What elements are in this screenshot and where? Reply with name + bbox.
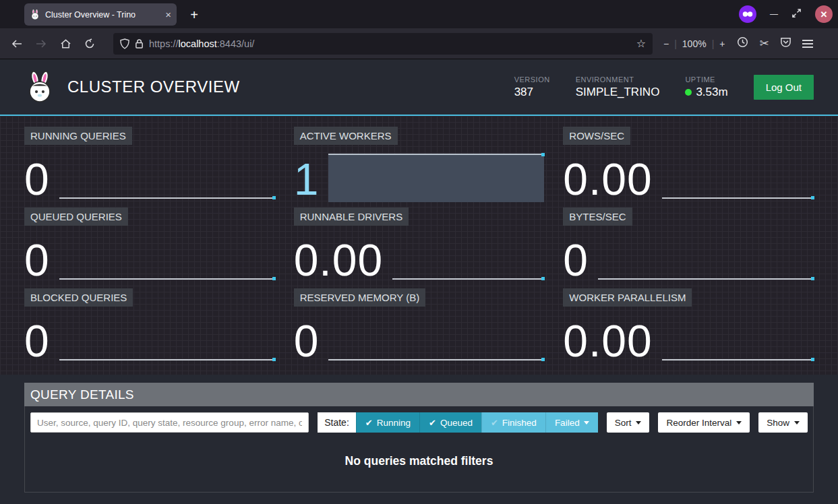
stat-value: 0 — [294, 321, 320, 362]
check-icon: ✔ — [429, 418, 436, 428]
state-button-running[interactable]: ✔ Running — [356, 412, 419, 433]
sparkline-chart — [662, 309, 814, 362]
environment-label: ENVIRONMENT — [576, 75, 660, 84]
sparkline-dot — [272, 277, 276, 280]
sparkline-dot — [541, 153, 545, 156]
stat-label: BLOCKED QUERIES — [24, 288, 133, 307]
stat-tile-blocked-queries: BLOCKED QUERIES 0 — [24, 288, 275, 363]
stat-label: RESERVED MEMORY (B) — [294, 288, 426, 307]
check-icon: ✔ — [491, 418, 498, 428]
menu-hamburger-icon[interactable] — [802, 40, 813, 48]
trino-cluster-overview-page: CLUSTER OVERVIEW VERSION 387 ENVIRONMENT… — [0, 59, 838, 504]
sparkline-chart — [59, 228, 275, 281]
forward-button[interactable] — [31, 34, 51, 54]
sparkline-chart — [59, 148, 275, 200]
uptime-value: 3.53m — [696, 86, 727, 99]
sparkline-dot — [541, 277, 545, 280]
sparkline-area-chart — [328, 148, 544, 200]
bookmark-star-icon[interactable]: ☆ — [636, 37, 646, 50]
window-minimize-button[interactable]: — — [770, 9, 778, 19]
sparkline-chart — [662, 148, 814, 200]
stat-tile-bytes-per-sec: BYTES/SEC 0 — [563, 208, 814, 282]
stat-value: 0.00 — [294, 240, 383, 281]
uptime-status-dot — [685, 89, 692, 96]
sparkline-dot — [272, 196, 276, 199]
screenshot-scissors-icon[interactable]: ✂ — [759, 36, 769, 51]
sparkline-chart — [328, 309, 544, 362]
environment-value: SIMPLE_TRINO — [576, 86, 660, 99]
check-icon: ✔ — [365, 418, 373, 428]
separator: | — [712, 38, 715, 49]
sparkline-chart — [59, 309, 275, 362]
sort-dropdown-button[interactable]: Sort — [607, 412, 650, 433]
state-button-failed-dropdown[interactable]: Failed — [545, 412, 598, 433]
connection-lock-icon — [135, 38, 144, 49]
new-tab-button[interactable]: + — [185, 5, 204, 24]
uptime-label: UPTIME — [685, 75, 727, 84]
state-button-finished[interactable]: ✔ Finished — [481, 412, 545, 433]
sparkline-dot — [811, 358, 814, 361]
browser-toolbar: https://localhost:8443/ui/ ☆ − | 100% | … — [0, 28, 838, 59]
trino-bunny-logo — [24, 71, 55, 103]
stat-label: BYTES/SEC — [563, 208, 632, 226]
tab-title: Cluster Overview - Trino — [45, 10, 160, 20]
browser-tab[interactable]: Cluster Overview - Trino × — [24, 3, 177, 26]
chevron-down-icon — [736, 421, 742, 424]
query-filter-toolbar: State: ✔ Running ✔ Queued ✔ Finished Fai… — [25, 406, 813, 433]
zoom-in-button[interactable]: + — [719, 38, 725, 49]
chevron-down-icon — [636, 421, 641, 424]
version-label: VERSION — [514, 75, 550, 84]
version-value: 387 — [514, 86, 550, 99]
trino-favicon-bunny-icon — [30, 9, 40, 20]
history-clock-icon[interactable] — [737, 36, 748, 51]
stat-label: ROWS/SEC — [563, 127, 630, 145]
page-title: CLUSTER OVERVIEW — [67, 77, 240, 96]
zoom-level[interactable]: 100% — [682, 38, 707, 49]
tab-close-icon[interactable]: × — [165, 9, 171, 20]
stat-value: 0 — [24, 240, 50, 281]
stat-tile-queued-queries: QUEUED QUERIES 0 — [24, 208, 275, 282]
stat-label: QUEUED QUERIES — [24, 208, 128, 226]
url-bar[interactable]: https://localhost:8443/ui/ ☆ — [113, 33, 653, 55]
private-browsing-mask-icon — [739, 5, 756, 23]
state-filter-group: State: ✔ Running ✔ Queued ✔ Finished Fai… — [318, 412, 597, 433]
window-restore-button[interactable] — [791, 8, 802, 21]
home-button[interactable] — [55, 34, 76, 54]
sparkline-dot — [811, 277, 814, 280]
version-meta: VERSION 387 — [514, 75, 550, 99]
chevron-down-icon — [794, 421, 800, 424]
stat-value: 0.00 — [563, 321, 652, 362]
zoom-out-button[interactable]: − — [663, 38, 669, 49]
url-text: https://localhost:8443/ui/ — [149, 38, 631, 49]
page-header: CLUSTER OVERVIEW VERSION 387 ENVIRONMENT… — [0, 59, 838, 116]
tracking-shield-icon — [120, 38, 129, 49]
cluster-stats-grid: RUNNING QUERIES 0 ACTIVE WORKERS 1 ROWS/… — [0, 116, 838, 375]
stat-label: ACTIVE WORKERS — [294, 127, 398, 145]
sparkline-dot — [811, 196, 814, 199]
stat-value: 0 — [563, 240, 589, 281]
query-details-panel: State: ✔ Running ✔ Queued ✔ Finished Fai… — [24, 406, 814, 493]
pocket-icon[interactable] — [780, 36, 791, 51]
no-queries-message: No queries matched filters — [25, 454, 813, 468]
reload-button[interactable] — [80, 34, 100, 54]
stat-label: RUNNABLE DRIVERS — [294, 208, 409, 226]
sparkline-chart — [392, 228, 544, 281]
query-filter-input[interactable] — [30, 412, 309, 433]
sparkline-dot — [272, 358, 276, 361]
query-details-header: QUERY DETAILS — [24, 383, 814, 406]
uptime-meta: UPTIME 3.53m — [685, 75, 727, 99]
stat-value: 0 — [24, 321, 50, 362]
reorder-interval-dropdown-button[interactable]: Reorder Interval — [658, 412, 750, 433]
show-dropdown-button[interactable]: Show — [758, 412, 808, 433]
logout-button[interactable]: Log Out — [754, 75, 814, 100]
stat-value: 1 — [294, 159, 320, 200]
sparkline-chart — [598, 228, 814, 281]
stat-tile-runnable-drivers: RUNNABLE DRIVERS 0.00 — [294, 208, 545, 282]
window-close-button[interactable]: ✕ — [815, 5, 833, 23]
stat-tile-rows-per-sec: ROWS/SEC 0.00 — [563, 127, 814, 201]
stat-label: RUNNING QUERIES — [24, 127, 132, 145]
back-button[interactable] — [7, 34, 27, 54]
sparkline-dot — [541, 358, 545, 361]
stat-tile-active-workers: ACTIVE WORKERS 1 — [294, 127, 545, 201]
state-button-queued[interactable]: ✔ Queued — [419, 412, 481, 433]
